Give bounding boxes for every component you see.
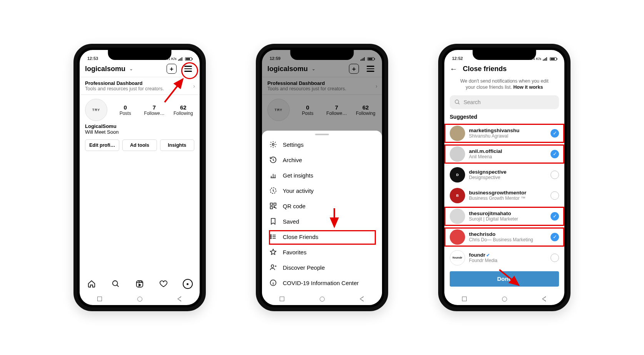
back-nav-icon[interactable]: [178, 296, 182, 302]
back-nav-icon[interactable]: [360, 296, 364, 302]
checkbox-off-icon[interactable]: [551, 171, 559, 179]
username-label: designspective: [469, 169, 507, 175]
phone-profile: 12:53 501 K/s logicalsomu ⌄ + Profession…: [73, 44, 206, 311]
search-input[interactable]: Search: [450, 95, 559, 109]
cf-description: We don't send notifications when you edi…: [444, 78, 564, 95]
menu-favorites[interactable]: Favorites: [262, 244, 382, 260]
home-icon[interactable]: [87, 279, 97, 289]
chart-icon: [269, 171, 277, 179]
home-nav-icon[interactable]: [502, 297, 507, 302]
suggested-list: marketingshivanshuShivanshu Agrawal✓anil…: [444, 123, 564, 268]
posts-metric[interactable]: 0Posts: [114, 104, 136, 116]
insights-button[interactable]: Insights: [160, 139, 194, 151]
battery-icon: [185, 57, 192, 61]
avatar: foundr: [450, 250, 465, 265]
activity-icon[interactable]: [158, 279, 169, 289]
checkbox-off-icon[interactable]: [551, 191, 559, 200]
sheet-handle[interactable]: [315, 134, 329, 135]
username-label: businessgrowthmentor: [469, 190, 526, 196]
add-user-icon: [269, 263, 277, 272]
menu-saved[interactable]: Saved: [262, 214, 382, 229]
svg-point-14: [455, 100, 459, 103]
gear-icon: [269, 140, 277, 149]
edit-profile-button[interactable]: Edit profi…: [85, 139, 119, 151]
phone-menu: 12:59 logicalsomu ⌄ + Professional Dashb…: [256, 44, 388, 311]
home-nav-icon[interactable]: [137, 297, 142, 302]
info-icon: [269, 279, 277, 287]
highlight-selected: [444, 207, 564, 226]
svg-rect-5: [270, 203, 273, 206]
fullname-label: Business Growth Mentor ™: [469, 196, 526, 201]
page-title: Close friends: [463, 65, 507, 73]
clock-icon: [269, 156, 277, 164]
back-arrow-icon[interactable]: ←: [450, 65, 457, 73]
phone-close-friends: 12:52 1.4 K/s ← Close friends We don't s…: [438, 44, 571, 311]
username[interactable]: logicalsomu: [85, 65, 125, 73]
app-tabbar: [80, 275, 200, 293]
arrow-annotation: [327, 207, 342, 231]
chevron-right-icon: ›: [193, 83, 195, 89]
ad-tools-button[interactable]: Ad tools: [122, 139, 157, 151]
fullname-label: Designspective: [469, 175, 507, 180]
create-button[interactable]: +: [167, 64, 177, 74]
menu-qr[interactable]: QR code: [262, 198, 382, 214]
profile-tab-icon[interactable]: [183, 279, 193, 289]
highlight-selected: [444, 124, 564, 143]
qr-icon: [269, 202, 277, 210]
menu-archive[interactable]: Archive: [262, 152, 382, 168]
fullname-label: Foundr Media: [469, 258, 497, 263]
highlight-close-friends: [269, 230, 376, 245]
home-nav-icon[interactable]: [320, 297, 325, 302]
activity-icon: [269, 186, 277, 195]
star-icon: [269, 248, 277, 256]
svg-line-2: [165, 79, 183, 102]
svg-point-3: [272, 144, 274, 146]
highlight-selected: [444, 144, 564, 164]
menu-activity[interactable]: Your activity: [262, 183, 382, 198]
arrow-annotation: [497, 269, 524, 288]
how-it-works-link[interactable]: How it works: [513, 85, 543, 90]
chevron-down-icon[interactable]: ⌄: [129, 66, 133, 71]
svg-point-11: [271, 265, 274, 267]
checkbox-off-icon[interactable]: [551, 254, 559, 262]
avatar-placeholder: TRY: [92, 108, 100, 112]
svg-point-0: [112, 281, 117, 286]
followers-metric[interactable]: 7Followe…: [143, 104, 165, 116]
list-item[interactable]: BbusinessgrowthmentorBusiness Growth Men…: [447, 185, 561, 206]
clock: 12:53: [87, 56, 98, 61]
search-placeholder: Search: [464, 99, 480, 105]
reels-icon[interactable]: [135, 279, 145, 289]
suggested-heading: Suggested: [444, 114, 564, 123]
bookmark-icon: [269, 217, 277, 226]
menu-insights[interactable]: Get insights: [262, 168, 382, 183]
android-navbar: [80, 293, 200, 305]
bio-line: Will Meet Soon: [85, 129, 194, 135]
search-icon: [454, 99, 460, 105]
menu-settings[interactable]: Settings: [262, 137, 382, 152]
android-navbar: [444, 293, 564, 305]
svg-rect-1: [137, 281, 143, 287]
highlight-selected: [444, 227, 564, 247]
search-icon[interactable]: [111, 279, 121, 289]
svg-line-15: [499, 270, 519, 285]
back-nav-icon[interactable]: [543, 296, 547, 302]
list-item[interactable]: DdesignspectiveDesignspective: [447, 164, 561, 185]
signal-icon: [178, 57, 184, 61]
recent-icon[interactable]: [462, 297, 467, 301]
display-name: LogicalSomu: [85, 123, 194, 129]
profile-avatar[interactable]: TRY: [85, 99, 107, 121]
menu-covid[interactable]: COVID-19 Information Center: [262, 275, 382, 290]
recent-icon[interactable]: [97, 297, 102, 301]
android-navbar: [262, 293, 382, 305]
avatar: B: [450, 188, 465, 203]
username-label: foundr✔: [469, 252, 497, 258]
clock: 12:52: [452, 56, 463, 61]
menu-discover[interactable]: Discover People: [262, 260, 382, 275]
verified-icon: ✔: [486, 253, 490, 257]
list-item[interactable]: foundrfoundr✔Foundr Media: [447, 247, 561, 268]
avatar: D: [450, 167, 465, 182]
recent-icon[interactable]: [280, 297, 284, 301]
battery-icon: [550, 57, 557, 61]
svg-rect-6: [274, 203, 276, 206]
arrow-annotation: [163, 75, 186, 106]
